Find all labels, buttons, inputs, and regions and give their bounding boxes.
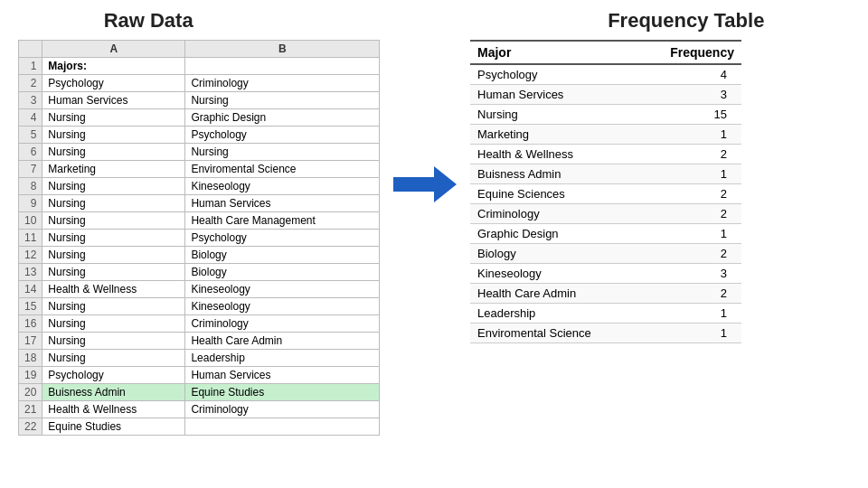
row-number: 5 — [19, 127, 42, 144]
major-cell: Psychology — [470, 64, 638, 85]
row-number: 16 — [19, 315, 42, 333]
titles-row: Raw Data Frequency Table — [18, 9, 850, 33]
freq-frequency-header: Frequency — [638, 41, 741, 64]
table-row: 18NursingLeadership — [19, 350, 380, 367]
row-number: 8 — [19, 178, 42, 195]
arrow-container — [389, 40, 461, 202]
table-row: 22Equine Studies — [19, 418, 380, 436]
table-row: 16NursingCriminology — [19, 315, 380, 333]
major-cell: Enviromental Science — [470, 324, 638, 343]
frequency-cell: 3 — [638, 264, 741, 284]
table-row: 21Health & WellnessCriminology — [19, 401, 380, 418]
freq-table-row: Criminology2 — [470, 204, 741, 224]
cell-a: Human Services — [42, 92, 185, 109]
col-b-header: B — [185, 41, 380, 58]
cell-b: Leadership — [185, 350, 380, 367]
raw-data-container: A B 1Majors:2PsychologyCriminology3Human… — [18, 40, 380, 436]
frequency-cell: 2 — [638, 204, 741, 224]
cell-a: Health & Wellness — [42, 401, 185, 418]
frequency-cell: 1 — [638, 304, 741, 324]
freq-table-row: Leadership1 — [470, 304, 741, 324]
freq-table-row: Marketing1 — [470, 125, 741, 145]
row-number: 10 — [19, 212, 42, 230]
frequency-table-title: Frequency Table — [608, 9, 764, 33]
freq-table-row: Kineseology3 — [470, 264, 741, 284]
freq-table-row: Equine Sciences2 — [470, 184, 741, 204]
cell-b — [185, 418, 380, 436]
cell-a: Nursing — [42, 333, 185, 350]
cell-b: Criminology — [185, 401, 380, 418]
frequency-cell: 1 — [638, 224, 741, 244]
table-row: 9NursingHuman Services — [19, 195, 380, 212]
row-number: 17 — [19, 333, 42, 350]
frequency-cell: 1 — [638, 324, 741, 343]
cell-b: Equine Studies — [185, 384, 380, 401]
table-row: 1Majors: — [19, 58, 380, 75]
cell-b: Biology — [185, 247, 380, 264]
major-cell: Leadership — [470, 304, 638, 324]
cell-a: Nursing — [42, 144, 185, 161]
cell-a: Nursing — [42, 230, 185, 247]
freq-table-row: Human Services3 — [470, 85, 741, 105]
cell-b: Nursing — [185, 144, 380, 161]
freq-table-container: Major Frequency Psychology4Human Service… — [470, 40, 741, 343]
table-row: 20Buisness AdminEquine Studies — [19, 384, 380, 401]
table-row: 15NursingKineseology — [19, 298, 380, 315]
cell-a: Nursing — [42, 247, 185, 264]
cell-b: Kineseology — [185, 178, 380, 195]
cell-b: Human Services — [185, 195, 380, 212]
table-row: 14Health & WellnessKineseology — [19, 281, 380, 298]
freq-major-header: Major — [470, 41, 638, 64]
table-row: 7MarketingEnviromental Science — [19, 161, 380, 178]
cell-a: Buisness Admin — [42, 384, 185, 401]
freq-table-row: Biology2 — [470, 244, 741, 264]
row-number: 2 — [19, 75, 42, 92]
cell-b: Graphic Design — [185, 109, 380, 127]
cell-b: Health Care Admin — [185, 333, 380, 350]
cell-a: Nursing — [42, 298, 185, 315]
cell-b — [185, 58, 380, 75]
arrow-icon — [393, 166, 457, 202]
major-cell: Nursing — [470, 105, 638, 125]
row-number: 4 — [19, 109, 42, 127]
cell-a: Psychology — [42, 367, 185, 384]
cell-b: Kineseology — [185, 281, 380, 298]
raw-data-title: Raw Data — [104, 9, 193, 33]
frequency-cell: 4 — [638, 64, 741, 85]
cell-a: Psychology — [42, 75, 185, 92]
frequency-cell: 3 — [638, 85, 741, 105]
table-row: 2PsychologyCriminology — [19, 75, 380, 92]
table-row: 8NursingKineseology — [19, 178, 380, 195]
cell-a: Nursing — [42, 178, 185, 195]
frequency-table: Major Frequency Psychology4Human Service… — [470, 40, 741, 343]
svg-marker-0 — [393, 166, 457, 202]
frequency-cell: 1 — [638, 125, 741, 145]
row-number: 21 — [19, 401, 42, 418]
col-a-header: A — [42, 41, 185, 58]
table-row: 5NursingPsychology — [19, 127, 380, 144]
major-cell: Health & Wellness — [470, 145, 638, 164]
freq-table-row: Buisness Admin1 — [470, 164, 741, 184]
row-number: 3 — [19, 92, 42, 109]
row-number: 12 — [19, 247, 42, 264]
freq-table-row: Health & Wellness2 — [470, 145, 741, 164]
cell-b: Nursing — [185, 92, 380, 109]
cell-b: Kineseology — [185, 298, 380, 315]
col-num-header — [19, 41, 42, 58]
major-cell: Human Services — [470, 85, 638, 105]
row-number: 9 — [19, 195, 42, 212]
row-number: 22 — [19, 418, 42, 436]
cell-a: Marketing — [42, 161, 185, 178]
cell-a: Nursing — [42, 315, 185, 333]
cell-a: Nursing — [42, 109, 185, 127]
cell-a: Nursing — [42, 127, 185, 144]
cell-a: Nursing — [42, 350, 185, 367]
row-number: 1 — [19, 58, 42, 75]
row-number: 14 — [19, 281, 42, 298]
cell-b: Health Care Management — [185, 212, 380, 230]
freq-table-row: Graphic Design1 — [470, 224, 741, 244]
frequency-cell: 15 — [638, 105, 741, 125]
cell-a: Health & Wellness — [42, 281, 185, 298]
table-row: 19PsychologyHuman Services — [19, 367, 380, 384]
frequency-cell: 2 — [638, 184, 741, 204]
